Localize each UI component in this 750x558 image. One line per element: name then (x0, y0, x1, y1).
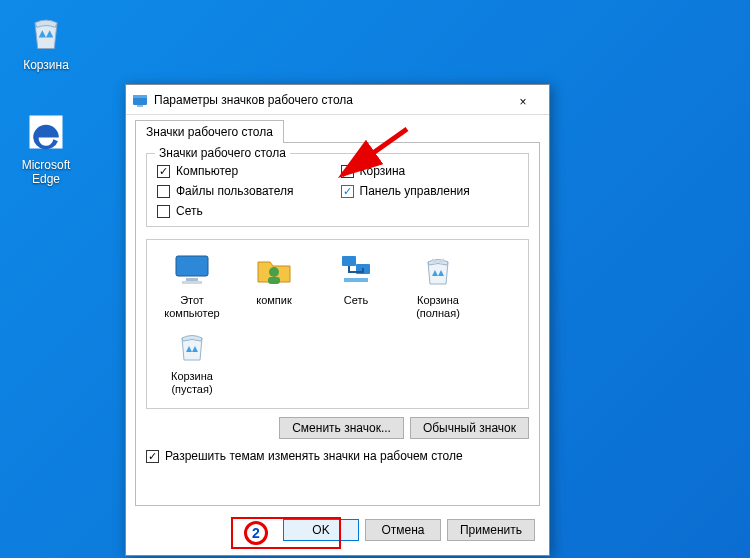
change-icon-button[interactable]: Сменить значок... (279, 417, 404, 439)
checkbox-computer[interactable]: Компьютер (157, 164, 335, 178)
close-icon: × (519, 95, 526, 109)
ok-button[interactable]: OK (283, 519, 359, 541)
checkbox-label: Разрешить темам изменять значки на рабоч… (165, 449, 463, 463)
computer-icon (172, 250, 212, 290)
checkbox-icon (157, 185, 170, 198)
desktop-icon-edge[interactable]: Microsoft Edge (10, 110, 82, 186)
dialog-buttons: OK Отмена Применить (283, 519, 535, 541)
icon-item-recycle-empty[interactable]: Корзина (пустая) (155, 326, 229, 396)
icon-item-recycle-full[interactable]: Корзина (полная) (401, 250, 475, 320)
svg-rect-2 (133, 95, 147, 98)
svg-point-8 (269, 267, 279, 277)
icon-item-label: Этот компьютер (155, 294, 229, 320)
svg-rect-4 (176, 256, 208, 276)
desktop-icon-label: Microsoft Edge (10, 158, 82, 186)
checkbox-recycle-bin[interactable]: Корзина (341, 164, 519, 178)
icon-item-label: Корзина (пустая) (155, 370, 229, 396)
icon-item-label: Корзина (полная) (401, 294, 475, 320)
recycle-full-icon (418, 250, 458, 290)
svg-rect-12 (344, 278, 368, 282)
desktop-icons-settings-dialog: Параметры значков рабочего стола × Значк… (125, 84, 550, 556)
titlebar: Параметры значков рабочего стола × (126, 85, 549, 115)
desktop-icon-label: Корзина (10, 58, 82, 72)
edge-icon (24, 110, 68, 154)
icon-preview-list: Этот компьютер компик Сеть Корзина (полн… (146, 239, 529, 409)
checkbox-label: Файлы пользователя (176, 184, 293, 198)
recycle-bin-icon (24, 10, 68, 54)
recycle-empty-icon (172, 326, 212, 366)
checkbox-control-panel[interactable]: Панель управления (341, 184, 519, 198)
dialog-title-icon (132, 92, 148, 108)
tabstrip: Значки рабочего стола (126, 119, 549, 142)
svg-rect-10 (342, 256, 356, 266)
desktop-icon-recycle-bin[interactable]: Корзина (10, 10, 82, 72)
checkbox-label: Панель управления (360, 184, 470, 198)
icon-item-label: компик (237, 294, 311, 307)
checkbox-allow-themes[interactable]: Разрешить темам изменять значки на рабоч… (146, 449, 529, 463)
svg-rect-3 (137, 105, 143, 107)
apply-button[interactable]: Применить (447, 519, 535, 541)
checkbox-user-files[interactable]: Файлы пользователя (157, 184, 335, 198)
network-icon (336, 250, 376, 290)
svg-rect-9 (268, 277, 280, 284)
checkbox-icon (341, 165, 354, 178)
checkbox-label: Сеть (176, 204, 203, 218)
dialog-title: Параметры значков рабочего стола (154, 93, 503, 107)
tab-body: Значки рабочего стола Компьютер Корзина … (135, 142, 540, 506)
annotation-step-badge: 2 (244, 521, 268, 545)
icon-buttons-row: Сменить значок... Обычный значок (146, 417, 529, 439)
checkbox-icon (341, 185, 354, 198)
close-button[interactable]: × (503, 86, 543, 114)
tab-desktop-icons[interactable]: Значки рабочего стола (135, 120, 284, 143)
checkbox-icon (157, 205, 170, 218)
checkbox-label: Компьютер (176, 164, 238, 178)
icon-item-label: Сеть (319, 294, 393, 307)
groupbox-legend: Значки рабочего стола (155, 146, 290, 160)
checkbox-label: Корзина (360, 164, 406, 178)
icon-item-kompik[interactable]: компик (237, 250, 311, 320)
icon-item-network[interactable]: Сеть (319, 250, 393, 320)
checkbox-icon (146, 450, 159, 463)
user-folder-icon (254, 250, 294, 290)
svg-rect-6 (186, 278, 198, 281)
icon-item-this-pc[interactable]: Этот компьютер (155, 250, 229, 320)
checkbox-icon (157, 165, 170, 178)
checkbox-network[interactable]: Сеть (157, 204, 335, 218)
default-icon-button[interactable]: Обычный значок (410, 417, 529, 439)
cancel-button[interactable]: Отмена (365, 519, 441, 541)
groupbox-desktop-icons: Значки рабочего стола Компьютер Корзина … (146, 153, 529, 227)
svg-rect-7 (182, 281, 202, 284)
